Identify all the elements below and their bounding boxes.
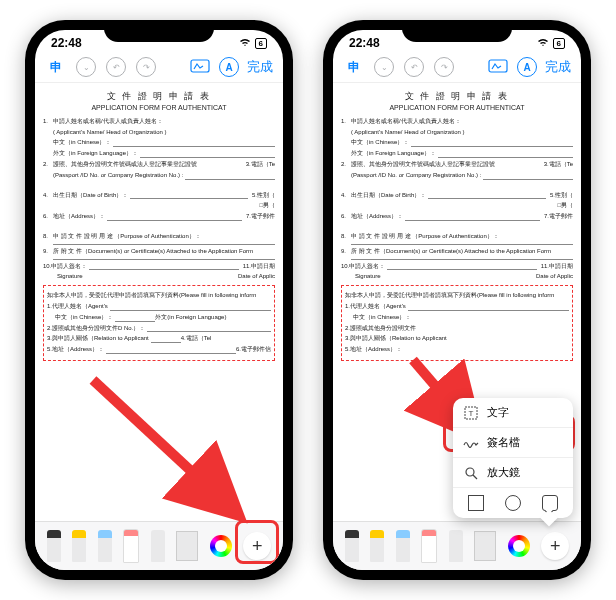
- svg-text:T: T: [469, 409, 474, 418]
- svg-rect-0: [191, 60, 209, 72]
- battery-icon: 6: [553, 38, 565, 49]
- auto-icon[interactable]: A: [219, 57, 239, 77]
- wifi-icon: [537, 37, 549, 49]
- phone-left: 22:48 6 申 ⌄ ↶ ↷ A 完成: [25, 20, 293, 580]
- clock: 22:48: [51, 36, 82, 50]
- lasso-tool[interactable]: [449, 530, 463, 562]
- shape-circle[interactable]: [505, 495, 521, 511]
- screen-right: 22:48 6 申 ⌄ ↶ ↷ A 完成: [333, 30, 581, 570]
- clock: 22:48: [349, 36, 380, 50]
- done-button[interactable]: 完成: [545, 58, 571, 76]
- drawing-toolbar: +: [35, 521, 283, 570]
- dropdown-icon[interactable]: ⌄: [75, 56, 97, 78]
- add-button[interactable]: +: [243, 532, 271, 560]
- back-button[interactable]: 申: [343, 56, 365, 78]
- doc-title-en: APPLICATION FORM FOR AUTHENTICAT: [43, 103, 275, 112]
- pen-tool[interactable]: [47, 530, 61, 562]
- pen-tool[interactable]: [345, 530, 359, 562]
- popup-signature[interactable]: 簽名檔: [453, 428, 573, 458]
- wifi-icon: [239, 37, 251, 49]
- shape-square[interactable]: [468, 495, 484, 511]
- popup-text[interactable]: T 文字: [453, 398, 573, 428]
- shape-speech-bubble[interactable]: [542, 495, 558, 511]
- markup-icon[interactable]: [189, 56, 211, 78]
- eraser-tool[interactable]: [123, 529, 139, 563]
- color-picker[interactable]: [508, 535, 530, 557]
- document-preview[interactable]: 文 件 證 明 申 請 表 APPLICATION FORM FOR AUTHE…: [35, 83, 283, 513]
- marker-tool[interactable]: [370, 530, 384, 562]
- marker-tool[interactable]: [72, 530, 86, 562]
- svg-rect-3: [489, 60, 507, 72]
- status-icons: 6: [239, 37, 267, 49]
- svg-point-6: [466, 468, 474, 476]
- popup-text-label: 文字: [487, 405, 509, 420]
- notch: [402, 20, 512, 42]
- pencil-tool[interactable]: [396, 530, 410, 562]
- notch: [104, 20, 214, 42]
- undo-icon[interactable]: ↶: [403, 56, 425, 78]
- markup-toolbar: 申 ⌄ ↶ ↷ A 完成: [333, 52, 581, 83]
- magnifier-icon: [463, 466, 479, 480]
- text-icon: T: [463, 406, 479, 420]
- popup-shapes-row: [453, 488, 573, 518]
- auto-icon[interactable]: A: [517, 57, 537, 77]
- add-popup: T 文字 簽名檔 放大鏡: [453, 398, 573, 518]
- phone-right: 22:48 6 申 ⌄ ↶ ↷ A 完成: [323, 20, 591, 580]
- status-icons: 6: [537, 37, 565, 49]
- ruler-tool[interactable]: [176, 531, 198, 561]
- back-button[interactable]: 申: [45, 56, 67, 78]
- color-picker[interactable]: [210, 535, 232, 557]
- signature-icon: [463, 438, 479, 448]
- svg-line-7: [473, 475, 477, 479]
- add-button[interactable]: +: [541, 532, 569, 560]
- popup-magnifier-label: 放大鏡: [487, 465, 520, 480]
- redo-icon[interactable]: ↷: [433, 56, 455, 78]
- battery-icon: 6: [255, 38, 267, 49]
- dropdown-icon[interactable]: ⌄: [373, 56, 395, 78]
- eraser-tool[interactable]: [421, 529, 437, 563]
- markup-toolbar: 申 ⌄ ↶ ↷ A 完成: [35, 52, 283, 83]
- lasso-tool[interactable]: [151, 530, 165, 562]
- doc-title-en: APPLICATION FORM FOR AUTHENTICAT: [341, 103, 573, 112]
- popup-signature-label: 簽名檔: [487, 435, 520, 450]
- undo-icon[interactable]: ↶: [105, 56, 127, 78]
- redo-icon[interactable]: ↷: [135, 56, 157, 78]
- agent-section: 如非本人申請，受委託代理申請者請填寫下列資料(Please fill in fo…: [341, 285, 573, 361]
- screen-left: 22:48 6 申 ⌄ ↶ ↷ A 完成: [35, 30, 283, 570]
- agent-section: 如非本人申請，受委託代理申請者請填寫下列資料(Please fill in fo…: [43, 285, 275, 361]
- ruler-tool[interactable]: [474, 531, 496, 561]
- doc-title-cn: 文 件 證 明 申 請 表: [341, 91, 573, 103]
- done-button[interactable]: 完成: [247, 58, 273, 76]
- doc-title-cn: 文 件 證 明 申 請 表: [43, 91, 275, 103]
- pencil-tool[interactable]: [98, 530, 112, 562]
- markup-icon[interactable]: [487, 56, 509, 78]
- popup-magnifier[interactable]: 放大鏡: [453, 458, 573, 488]
- drawing-toolbar: +: [333, 521, 581, 570]
